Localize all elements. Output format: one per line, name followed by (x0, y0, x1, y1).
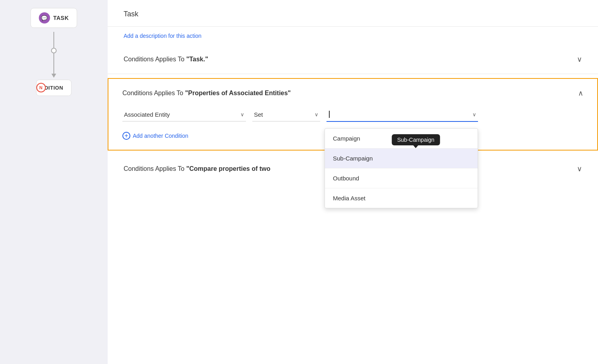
condition-label: DITION (44, 85, 63, 91)
set-field-label: Set (254, 111, 263, 118)
main-panel: Add a description for this action Condit… (108, 0, 598, 364)
section1-title: Conditions Applies To "Task." (124, 56, 208, 63)
connector-circle (51, 48, 57, 53)
entity-dropdown-menu: Campaign Sub-Campaign Sub-Campaign Outbo… (325, 128, 478, 208)
dropdown-item-campaign[interactable]: Campaign (325, 129, 478, 148)
entity-chevron-icon: ∨ (240, 112, 244, 117)
section2-header: Conditions Applies To "Properties of Ass… (122, 89, 583, 98)
dropdown-item-media-asset[interactable]: Media Asset (325, 188, 478, 208)
conditions-associated-entities-section: Conditions Applies To "Properties of Ass… (108, 78, 598, 151)
task-label: TASK (53, 15, 69, 21)
connector-line-top (53, 32, 54, 48)
associated-entity-dropdown[interactable]: Associated Entity ∨ (122, 108, 246, 121)
add-description-link[interactable]: Add a description for this action (124, 33, 201, 39)
task-icon: 💬 (39, 12, 50, 23)
condition-row: Associated Entity ∨ Set ∨ ∨ Campaign Su (122, 108, 583, 122)
set-dropdown[interactable]: Set ∨ (252, 108, 320, 121)
section2-chevron[interactable]: ∧ (578, 89, 583, 98)
section3-title: Conditions Applies To "Compare propertie… (124, 165, 270, 172)
task-node[interactable]: 💬 TASK (30, 8, 77, 28)
add-condition-icon: + (122, 132, 130, 140)
conditions-task-section: Conditions Applies To "Task." ∨ (108, 45, 598, 74)
add-condition-label: Add another Condition (133, 133, 188, 139)
action-name-input[interactable] (124, 8, 582, 20)
dropdown-item-sub-campaign[interactable]: Sub-Campaign Sub-Campaign (325, 148, 478, 168)
workflow-panel: 💬 TASK DITION N (0, 0, 108, 364)
section1-chevron[interactable]: ∨ (577, 55, 582, 64)
entity-field-label: Associated Entity (124, 111, 170, 118)
value-field[interactable]: ∨ Campaign Sub-Campaign Sub-Campaign (327, 108, 478, 122)
value-cursor (329, 111, 330, 118)
dropdown-item-outbound[interactable]: Outbound (325, 168, 478, 188)
section2-title: Conditions Applies To "Properties of Ass… (122, 90, 291, 97)
set-chevron-icon: ∨ (315, 112, 319, 117)
condition-badge: N (36, 83, 46, 92)
value-chevron-icon: ∨ (472, 112, 476, 117)
action-name-row (108, 0, 598, 27)
section3-chevron[interactable]: ∨ (577, 164, 582, 173)
connector-arrow (51, 74, 56, 78)
section1-header: Conditions Applies To "Task." ∨ (124, 55, 582, 64)
